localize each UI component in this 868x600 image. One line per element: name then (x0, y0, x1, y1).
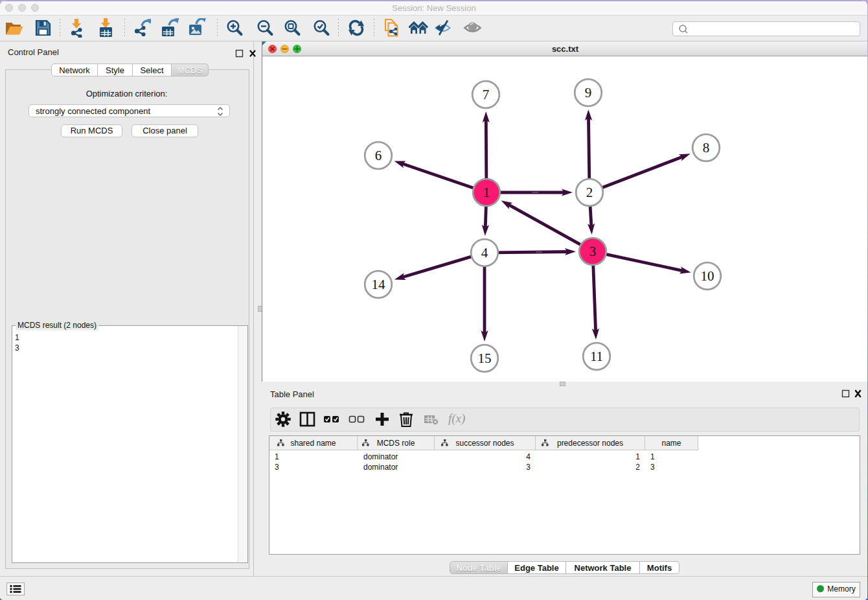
svg-text:11: 11 (590, 349, 603, 364)
svg-text:14: 14 (372, 277, 386, 292)
svg-text:3: 3 (589, 244, 597, 259)
svg-text:6: 6 (375, 148, 382, 163)
svg-text:1: 1 (483, 185, 490, 200)
svg-text:10: 10 (701, 268, 714, 284)
svg-text:15: 15 (478, 351, 492, 366)
svg-text:7: 7 (483, 87, 490, 102)
svg-text:2: 2 (586, 185, 593, 200)
svg-text:8: 8 (703, 140, 710, 156)
svg-text:4: 4 (481, 245, 488, 260)
svg-text:9: 9 (585, 85, 592, 100)
